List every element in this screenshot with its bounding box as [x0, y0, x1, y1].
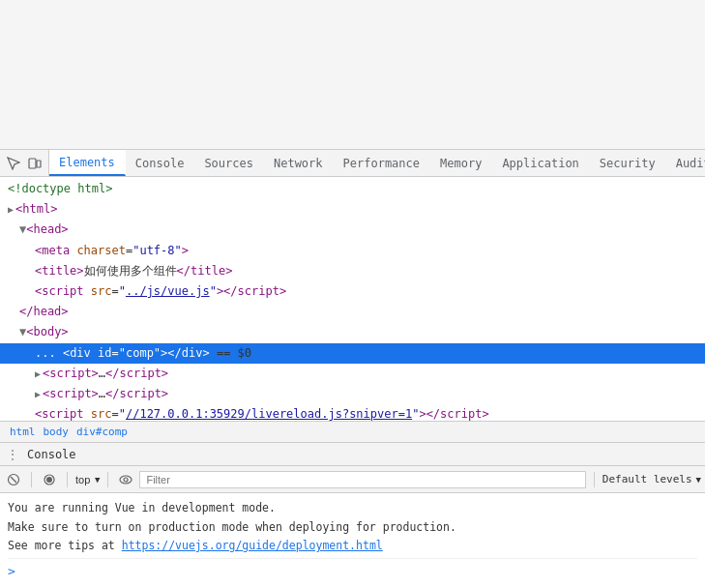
tabs-container: Elements Console Sources Network Perform…	[49, 150, 705, 176]
default-levels-dropdown[interactable]: Default levels ▼	[602, 473, 701, 485]
inspect-element-icon[interactable]	[6, 156, 21, 171]
breadcrumb: html body div#comp	[0, 421, 705, 442]
toolbar-divider-1	[31, 472, 32, 487]
eye-icon[interactable]	[116, 470, 135, 489]
tab-memory[interactable]: Memory	[430, 150, 492, 176]
meta-line[interactable]: <meta charset="utf-8">	[0, 241, 705, 261]
triangle-icon-s2: ▶	[35, 389, 41, 399]
console-title: Console	[27, 448, 76, 461]
breadcrumb-div[interactable]: div#comp	[73, 426, 132, 438]
html-open-line[interactable]: ▶<html>	[0, 199, 705, 220]
breadcrumb-body[interactable]: body	[40, 426, 73, 438]
script-vue-line[interactable]: <script src="../js/vue.js"></script>	[0, 281, 705, 302]
svg-point-6	[120, 476, 132, 484]
breadcrumb-html[interactable]: html	[6, 426, 40, 438]
levels-arrow-icon: ▼	[696, 475, 701, 485]
toolbar-icons	[0, 150, 49, 176]
title-line[interactable]: <title>如何使用多个组件</title>	[0, 261, 705, 281]
top-select-wrapper[interactable]: top ▼	[75, 474, 100, 485]
filter-input[interactable]	[139, 471, 585, 488]
device-toolbar-icon[interactable]	[27, 156, 43, 171]
tab-network[interactable]: Network	[264, 150, 334, 176]
console-message-vue: You are running Vue in development mode.…	[8, 497, 697, 559]
console-header[interactable]: ⋮ Console	[0, 443, 705, 466]
tab-performance[interactable]: Performance	[334, 150, 430, 176]
body-open-line[interactable]: ▼<body>	[0, 322, 705, 342]
script-livereload-line[interactable]: <script src="//127.0.0.1:35929/livereloa…	[0, 404, 705, 421]
div-comp-line[interactable]: ... <div id="comp"></div> == $0	[0, 343, 705, 364]
script1-line[interactable]: ▶<script>…</script>	[0, 364, 705, 384]
toolbar-divider-2	[67, 472, 68, 487]
triangle-icon-s1: ▶	[35, 368, 41, 379]
tab-sources[interactable]: Sources	[194, 150, 264, 176]
stop-recording-button[interactable]	[40, 470, 59, 489]
tab-elements[interactable]: Elements	[49, 150, 126, 176]
head-open-line[interactable]: ▼<head>	[0, 220, 705, 240]
svg-rect-1	[37, 161, 41, 167]
triangle-icon: ▶	[8, 204, 14, 215]
tab-console[interactable]: Console	[126, 150, 195, 176]
context-select[interactable]: top	[75, 474, 93, 485]
devtools-toolbar: Elements Console Sources Network Perform…	[0, 150, 705, 177]
tab-application[interactable]: Application	[492, 150, 589, 176]
prompt-arrow-icon: >	[8, 561, 15, 582]
toolbar-divider-3	[107, 472, 108, 487]
console-section: ⋮ Console top	[0, 442, 705, 588]
console-output: You are running Vue in development mode.…	[0, 493, 705, 588]
head-close-line[interactable]: </head>	[0, 302, 705, 322]
devtools-panel: Elements Console Sources Network Perform…	[0, 150, 705, 588]
browser-content	[0, 0, 705, 150]
select-arrow-icon: ▼	[95, 475, 100, 485]
console-prompt[interactable]: >	[8, 559, 697, 584]
clear-console-button[interactable]	[4, 470, 23, 489]
console-toolbar: top ▼ Default levels ▼	[0, 466, 705, 493]
elements-panel: <!doctype html> ▶<html> ▼<head> <meta ch…	[0, 177, 705, 421]
drag-icon: ⋮	[6, 447, 19, 462]
tab-audits[interactable]: Audits	[666, 150, 705, 176]
script2-line[interactable]: ▶<script>…</script>	[0, 384, 705, 404]
svg-point-5	[46, 477, 52, 483]
doctype-line: <!doctype html>	[0, 179, 705, 199]
deployment-link[interactable]: https://vuejs.org/guide/deployment.html	[122, 539, 383, 552]
toolbar-divider-4	[594, 472, 595, 487]
svg-line-3	[11, 477, 16, 483]
tab-security[interactable]: Security	[590, 150, 666, 176]
svg-point-7	[124, 478, 128, 482]
svg-rect-0	[29, 159, 36, 168]
